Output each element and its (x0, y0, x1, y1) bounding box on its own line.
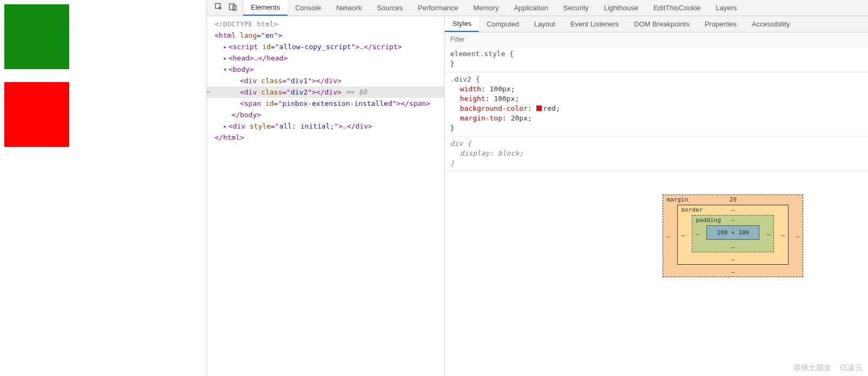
main-tab-bar: Elements Console Network Sources Perform… (207, 0, 868, 16)
device-toggle-icon[interactable] (226, 2, 239, 14)
box-model-border[interactable]: border – – – – padding – – – – 10 (677, 205, 789, 265)
dom-line[interactable]: <html lang="en"> (207, 30, 444, 41)
svg-rect-1 (230, 4, 235, 10)
devtools: Elements Console Network Sources Perform… (206, 0, 868, 376)
box-model-content[interactable]: 100 × 100 (706, 225, 759, 240)
tab-editthiscookie[interactable]: EditThisCookie (646, 0, 708, 16)
styles-sidebar: Styles Computed Layout Event Listeners D… (445, 16, 868, 376)
tab-elements[interactable]: Elements (243, 0, 288, 16)
dom-line[interactable]: ▾<body> (207, 64, 444, 75)
tab-computed[interactable]: Computed (479, 16, 526, 32)
tab-lighthouse[interactable]: Lighthouse (596, 0, 646, 16)
box-model: margin 20 – – – border – – – – padding (663, 194, 803, 277)
dom-line[interactable]: ▸<script id="allow-copy_script">…</scrip… (207, 41, 444, 52)
box-model-padding[interactable]: padding – – – – 100 × 100 (692, 215, 774, 252)
dom-line[interactable]: <div class="div1"></div> (207, 75, 444, 86)
dom-line[interactable]: </body> (207, 109, 444, 120)
dom-line[interactable]: <span id="pinbox-extension-installed"></… (207, 98, 444, 109)
tab-performance[interactable]: Performance (410, 0, 465, 16)
page-preview (0, 0, 206, 376)
tab-layout[interactable]: Layout (526, 16, 563, 32)
dom-tree[interactable]: <!DOCTYPE html> <html lang="en"> ▸<scrip… (207, 16, 445, 376)
dom-line[interactable]: </html> (207, 132, 444, 143)
preview-div1 (4, 4, 69, 69)
styles-body: element.style { } .div2 { width: 100px; … (445, 47, 868, 376)
box-model-margin[interactable]: margin 20 – – – border – – – – padding (663, 194, 803, 277)
tab-layers[interactable]: Layers (708, 0, 744, 16)
tab-dom-breakpoints[interactable]: DOM Breakpoints (626, 16, 697, 32)
dom-line[interactable]: ▸<head>…</head> (207, 52, 444, 64)
tab-accessibility[interactable]: Accessibility (744, 16, 798, 32)
preview-div2 (4, 82, 69, 147)
watermark-text: @稀土掘金 (793, 363, 831, 373)
tab-application[interactable]: Application (506, 0, 556, 16)
watermark-text: 亿速云 (840, 363, 863, 373)
filter-bar (445, 32, 868, 47)
bm-margin-label: margin (666, 196, 688, 203)
tab-memory[interactable]: Memory (466, 0, 506, 16)
dom-line-selected[interactable]: <div class="div2"></div> == $0 (207, 86, 444, 98)
bm-border-label: border (681, 206, 703, 213)
tab-console[interactable]: Console (288, 0, 329, 16)
style-rule-ua-div[interactable]: div { display: block; } (445, 137, 868, 172)
watermarks: @稀土掘金 亿速云 (793, 363, 863, 373)
tab-properties[interactable]: Properties (697, 16, 744, 32)
styles-filter-input[interactable] (445, 32, 868, 46)
tab-sources[interactable]: Sources (370, 0, 411, 16)
bm-padding-label: padding (696, 217, 720, 224)
inspect-icon[interactable] (212, 2, 225, 14)
tab-network[interactable]: Network (329, 0, 370, 16)
side-tab-bar: Styles Computed Layout Event Listeners D… (445, 16, 868, 32)
tab-styles[interactable]: Styles (445, 16, 479, 32)
style-rule-div2[interactable]: .div2 { width: 100px; height: 100px; bac… (445, 72, 868, 137)
dom-line[interactable]: ▸<div style="all: initial;">…</div> (207, 120, 444, 132)
tab-event-listeners[interactable]: Event Listeners (563, 16, 626, 32)
style-rule-element[interactable]: element.style { } (445, 47, 868, 72)
dom-line[interactable]: <!DOCTYPE html> (207, 18, 444, 30)
tab-security[interactable]: Security (556, 0, 596, 16)
color-swatch-icon[interactable] (536, 105, 542, 111)
bm-margin-top: 20 (730, 196, 737, 203)
